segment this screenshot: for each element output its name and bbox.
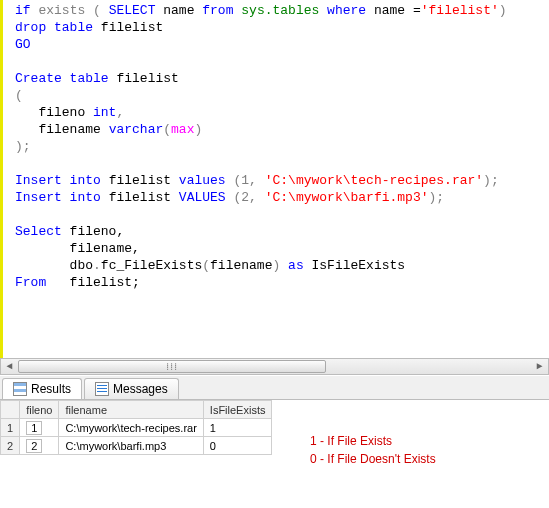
code-token: Select bbox=[15, 224, 62, 239]
tab-results[interactable]: Results bbox=[2, 378, 82, 399]
code-token: filelist bbox=[93, 20, 163, 35]
code-token: (1, bbox=[226, 173, 265, 188]
code-token: SELECT bbox=[109, 3, 156, 18]
table-header-row: fileno filename IsFileExists bbox=[1, 401, 272, 419]
code-token: ( bbox=[202, 258, 210, 273]
code-token: filelist; bbox=[46, 275, 140, 290]
code-token: values bbox=[179, 173, 226, 188]
column-header[interactable]: IsFileExists bbox=[203, 401, 272, 419]
code-token: filelist bbox=[101, 190, 179, 205]
code-token: filename, bbox=[15, 241, 140, 256]
code-token: name bbox=[155, 3, 202, 18]
code-token: . bbox=[93, 258, 101, 273]
code-token: fc_FileExists bbox=[101, 258, 202, 273]
table-row[interactable]: 2 2 C:\mywork\barfi.mp3 0 bbox=[1, 437, 272, 455]
code-token: GO bbox=[15, 37, 31, 52]
code-token: dbo bbox=[15, 258, 93, 273]
code-token: if bbox=[15, 3, 31, 18]
cell-isfileexists[interactable]: 1 bbox=[203, 419, 272, 437]
code-token: filename bbox=[15, 122, 109, 137]
code-token: Create bbox=[15, 71, 62, 86]
tab-messages[interactable]: Messages bbox=[84, 378, 179, 399]
row-number-cell[interactable]: 1 bbox=[1, 419, 20, 437]
code-token: filename bbox=[210, 258, 272, 273]
code-token: ( bbox=[85, 3, 108, 18]
results-grid[interactable]: fileno filename IsFileExists 1 1 C:\mywo… bbox=[0, 400, 272, 455]
code-token: into bbox=[62, 190, 101, 205]
cell-fileno[interactable]: 2 bbox=[20, 437, 59, 455]
sql-editor[interactable]: −if exists ( SELECT name from sys.tables… bbox=[0, 0, 549, 358]
code-token: filelist bbox=[109, 71, 179, 86]
cell-fileno[interactable]: 1 bbox=[20, 419, 59, 437]
annotation-line: 0 - If File Doesn't Exists bbox=[310, 450, 436, 468]
code-token: as bbox=[280, 258, 303, 273]
annotation-line: 1 - If File Exists bbox=[310, 432, 436, 450]
code-token: varchar bbox=[109, 122, 164, 137]
row-number-cell[interactable]: 2 bbox=[1, 437, 20, 455]
scroll-left-icon[interactable]: ◄ bbox=[1, 359, 18, 374]
code-token: ( bbox=[15, 88, 23, 103]
annotation-text: 1 - If File Exists 0 - If File Doesn't E… bbox=[310, 432, 436, 468]
code-token: ); bbox=[15, 139, 31, 154]
rownum-header[interactable] bbox=[1, 401, 20, 419]
code-token: Insert bbox=[15, 190, 62, 205]
result-tabs: Results Messages bbox=[0, 376, 549, 400]
cell-isfileexists[interactable]: 0 bbox=[203, 437, 272, 455]
cell-filename[interactable]: C:\mywork\barfi.mp3 bbox=[59, 437, 203, 455]
scrollbar-thumb[interactable]: ⁞⁞⁞ bbox=[18, 360, 326, 373]
cell-filename[interactable]: C:\mywork\tech-recipes.rar bbox=[59, 419, 203, 437]
column-header[interactable]: filename bbox=[59, 401, 203, 419]
code-token: ); bbox=[483, 173, 499, 188]
messages-icon bbox=[95, 382, 109, 396]
code-token: fileno bbox=[15, 105, 93, 120]
code-token: sys.tables bbox=[233, 3, 327, 18]
code-token: ) bbox=[499, 3, 507, 18]
horizontal-scrollbar[interactable]: ◄ ⁞⁞⁞ ► bbox=[0, 358, 549, 375]
code-token: , bbox=[116, 105, 124, 120]
code-token: IsFileExists bbox=[304, 258, 405, 273]
code-token: where bbox=[327, 3, 366, 18]
code-token: ); bbox=[429, 190, 445, 205]
code-token: exists bbox=[38, 3, 85, 18]
code-token: drop bbox=[15, 20, 46, 35]
code-token: fileno, bbox=[62, 224, 124, 239]
code-token: ( bbox=[163, 122, 171, 137]
code-token: 'filelist' bbox=[421, 3, 499, 18]
code-token: table bbox=[62, 71, 109, 86]
tab-label: Results bbox=[31, 382, 71, 396]
code-token: 'C:\mywork\barfi.mp3' bbox=[265, 190, 429, 205]
grid-icon bbox=[13, 382, 27, 396]
code-token: from bbox=[202, 3, 233, 18]
tab-label: Messages bbox=[113, 382, 168, 396]
code-token: name = bbox=[366, 3, 421, 18]
scroll-right-icon[interactable]: ► bbox=[531, 359, 548, 374]
code-token: filelist bbox=[101, 173, 179, 188]
column-header[interactable]: fileno bbox=[20, 401, 59, 419]
table-row[interactable]: 1 1 C:\mywork\tech-recipes.rar 1 bbox=[1, 419, 272, 437]
code-token: VALUES bbox=[179, 190, 226, 205]
code-token: ) bbox=[194, 122, 202, 137]
code-token: From bbox=[15, 275, 46, 290]
code-token: Insert bbox=[15, 173, 62, 188]
scrollbar-track[interactable]: ⁞⁞⁞ bbox=[18, 359, 531, 374]
code-token: table bbox=[46, 20, 93, 35]
code-token: max bbox=[171, 122, 194, 137]
code-token: (2, bbox=[226, 190, 265, 205]
code-token: 'C:\mywork\tech-recipes.rar' bbox=[265, 173, 483, 188]
code-token: into bbox=[62, 173, 101, 188]
code-token: int bbox=[93, 105, 116, 120]
